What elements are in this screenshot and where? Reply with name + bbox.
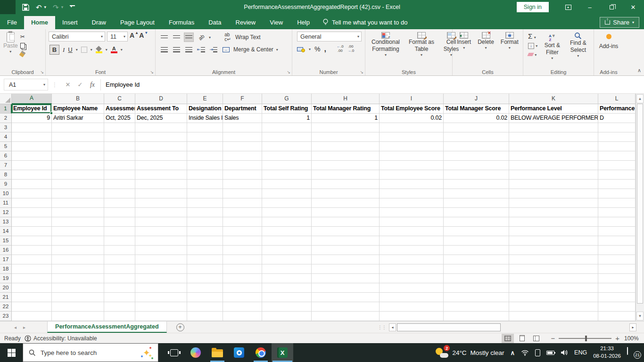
increase-decimal-icon[interactable]: ←.0.00 — [337, 45, 344, 53]
cell-J15[interactable] — [444, 236, 509, 246]
cell-C2[interactable]: Oct, 2025 — [104, 114, 135, 123]
cell-L4[interactable] — [598, 132, 636, 142]
cell-F2[interactable]: Sales — [223, 114, 262, 123]
cell-A20[interactable] — [12, 283, 52, 293]
cell-C8[interactable] — [104, 170, 135, 180]
cell-I14[interactable] — [380, 227, 444, 236]
row-header-8[interactable]: 8 — [0, 170, 12, 180]
cell-B23[interactable] — [52, 312, 104, 321]
cell-A17[interactable] — [12, 255, 52, 264]
cell-J2[interactable]: 0.02 — [444, 114, 509, 123]
cell-H20[interactable] — [312, 283, 380, 293]
cell-A22[interactable] — [12, 302, 52, 312]
cell-I12[interactable] — [380, 208, 444, 217]
cell-H10[interactable] — [312, 189, 380, 198]
cell-I17[interactable] — [380, 255, 444, 264]
fill-icon[interactable]: ↓ ▾ — [528, 42, 537, 49]
app-icon[interactable] — [0, 0, 16, 14]
cell-C11[interactable] — [104, 198, 135, 208]
accounting-format-icon[interactable] — [297, 46, 305, 52]
cell-F1[interactable]: Department — [223, 104, 262, 114]
scrollbar-resize-grip[interactable]: ⋮⋮ — [378, 325, 389, 330]
cell-E2[interactable]: Inside Sales I — [187, 114, 223, 123]
cell-H15[interactable] — [312, 236, 380, 246]
cell-L11[interactable] — [598, 198, 636, 208]
cell-H11[interactable] — [312, 198, 380, 208]
cell-A12[interactable] — [12, 208, 52, 217]
cell-C10[interactable] — [104, 189, 135, 198]
cell-C14[interactable] — [104, 227, 135, 236]
cell-I11[interactable] — [380, 198, 444, 208]
cell-F18[interactable] — [223, 264, 262, 274]
cell-L18[interactable] — [598, 264, 636, 274]
cell-D6[interactable] — [135, 151, 187, 161]
row-header-6[interactable]: 6 — [0, 151, 12, 161]
cell-B1[interactable]: Employee Name — [52, 104, 104, 114]
cell-H18[interactable] — [312, 264, 380, 274]
cell-I16[interactable] — [380, 246, 444, 255]
cell-I3[interactable] — [380, 123, 444, 132]
row-header-13[interactable]: 13 — [0, 217, 12, 227]
row-header-3[interactable]: 3 — [0, 123, 12, 132]
cell-A6[interactable] — [12, 151, 52, 161]
cell-G11[interactable] — [262, 198, 312, 208]
cell-A9[interactable] — [12, 180, 52, 189]
cell-J22[interactable] — [444, 302, 509, 312]
notification-center-button[interactable]: 21 — [627, 347, 639, 358]
comma-icon[interactable]: , — [324, 45, 326, 53]
cell-K16[interactable] — [509, 246, 598, 255]
cell-L6[interactable] — [598, 151, 636, 161]
cell-G23[interactable] — [262, 312, 312, 321]
format-as-table-button[interactable]: Format as Table▾ — [405, 31, 438, 68]
format-cells-button[interactable]: Format▾ — [498, 31, 521, 68]
cell-L3[interactable] — [598, 123, 636, 132]
page-break-view-button[interactable] — [530, 334, 542, 343]
share-button[interactable]: Share ▾ — [600, 17, 639, 28]
collapse-ribbon-icon[interactable]: ∧ — [637, 67, 641, 74]
cell-C13[interactable] — [104, 217, 135, 227]
chrome-button[interactable] — [250, 343, 272, 362]
cell-D21[interactable] — [135, 293, 187, 302]
clear-icon[interactable]: ▾ — [528, 51, 537, 58]
cell-E11[interactable] — [187, 198, 223, 208]
scroll-right-icon[interactable]: ▸ — [629, 323, 636, 331]
cell-E5[interactable] — [187, 142, 223, 151]
cell-A15[interactable] — [12, 236, 52, 246]
cell-F14[interactable] — [223, 227, 262, 236]
cell-D18[interactable] — [135, 264, 187, 274]
cell-I20[interactable] — [380, 283, 444, 293]
cell-I22[interactable] — [380, 302, 444, 312]
cell-C3[interactable] — [104, 123, 135, 132]
cell-H8[interactable] — [312, 170, 380, 180]
cell-F20[interactable] — [223, 283, 262, 293]
cell-G12[interactable] — [262, 208, 312, 217]
insert-function-icon[interactable]: fx — [86, 81, 99, 89]
tray-expand-icon[interactable]: ∧ — [511, 349, 515, 356]
cell-K9[interactable] — [509, 180, 598, 189]
undo-icon[interactable]: ↶ — [36, 4, 42, 11]
cell-D5[interactable] — [135, 142, 187, 151]
autosum-icon[interactable]: Σ ▾ — [528, 33, 537, 40]
cell-J14[interactable] — [444, 227, 509, 236]
row-header-21[interactable]: 21 — [0, 293, 12, 302]
row-header-12[interactable]: 12 — [0, 208, 12, 217]
cell-L8[interactable] — [598, 170, 636, 180]
select-all-corner[interactable] — [0, 94, 12, 104]
cell-G21[interactable] — [262, 293, 312, 302]
cell-K1[interactable]: Performance Level — [509, 104, 598, 114]
cell-E4[interactable] — [187, 132, 223, 142]
battery-icon[interactable] — [546, 351, 554, 355]
cell-K18[interactable] — [509, 264, 598, 274]
cell-K4[interactable] — [509, 132, 598, 142]
cell-B17[interactable] — [52, 255, 104, 264]
cell-D22[interactable] — [135, 302, 187, 312]
cell-D4[interactable] — [135, 132, 187, 142]
tab-page-layout[interactable]: Page Layout — [113, 16, 162, 29]
task-view-button[interactable] — [163, 343, 185, 362]
sort-filter-button[interactable]: AZ▼ Sort & Filter▾ — [539, 31, 565, 68]
cell-K14[interactable] — [509, 227, 598, 236]
cell-G7[interactable] — [262, 161, 312, 170]
cell-J11[interactable] — [444, 198, 509, 208]
tab-data[interactable]: Data — [201, 16, 228, 29]
cell-I23[interactable] — [380, 312, 444, 321]
